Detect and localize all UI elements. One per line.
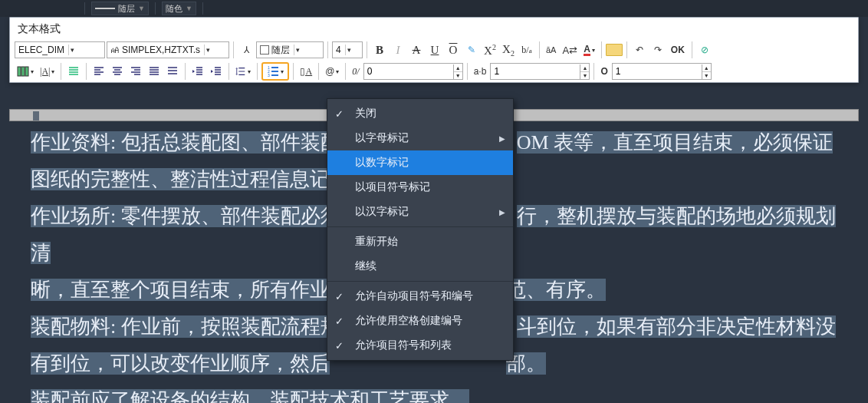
menu-item-continue[interactable]: 继续 — [327, 254, 513, 279]
text-line: 作业资料: 包括总装配图、部件装配 — [31, 131, 340, 154]
layer-property-combo[interactable]: 随层 ▼ — [91, 2, 149, 15]
tracking-input[interactable] — [491, 64, 580, 79]
font-combo[interactable]: 🗚 SIMPLEX,HZTXT.s ▾ — [107, 41, 229, 58]
linetype-icon — [95, 8, 115, 9]
width-factor-input[interactable] — [613, 64, 702, 79]
font-color-button[interactable]: A▾ — [581, 41, 597, 58]
indent-right-icon — [210, 65, 222, 78]
separator — [692, 41, 692, 58]
menu-item-space-number[interactable]: ✓允许使用空格创建编号 — [327, 309, 513, 333]
menu-label: 以字母标记 — [355, 131, 409, 145]
columns-icon — [17, 65, 29, 78]
oblique-spinner[interactable]: ▲▼ — [363, 63, 463, 80]
align-right-button[interactable] — [127, 63, 144, 80]
strip-separator — [155, 2, 156, 15]
menu-item-lettered[interactable]: 以字母标记▶ — [327, 126, 513, 150]
chevron-down-icon: ▾ — [68, 45, 74, 55]
align-right-icon — [130, 65, 142, 78]
numbered-list-icon: 123 — [267, 65, 279, 78]
menu-item-chinese[interactable]: 以汉字标记▶ — [327, 200, 513, 224]
color-property-label: 随色 — [166, 3, 182, 15]
color-bylayer-combo[interactable]: 随层 ▾ — [256, 41, 324, 58]
menu-separator — [327, 281, 513, 282]
bold-button[interactable]: B — [371, 41, 388, 58]
overline-button[interactable]: O — [445, 41, 462, 58]
separator — [86, 63, 87, 80]
annotation-icon[interactable]: ⅄ — [238, 41, 255, 58]
justify-icon — [67, 65, 80, 78]
menu-item-numbered[interactable]: 以数字标记 — [327, 150, 513, 175]
text-line: 图纸的完整性、整洁性过程信息记录 — [31, 168, 350, 190]
menu-item-bulleted[interactable]: 以项目符号标记 — [327, 175, 513, 200]
underline-button[interactable]: U — [426, 41, 443, 58]
clear-format-button[interactable]: ✎ — [463, 41, 480, 58]
char-width-button[interactable]: A⇄ — [560, 41, 580, 58]
menu-label: 以项目符号标记 — [355, 180, 430, 194]
numbering-button[interactable]: 123 ▾ — [261, 62, 289, 81]
align-justify-button[interactable] — [146, 63, 163, 80]
tracking-spinner[interactable]: ▲▼ — [490, 63, 590, 80]
field-button[interactable]: ▯A — [298, 63, 314, 80]
align-center-button[interactable] — [109, 63, 126, 80]
menu-item-auto-bullet[interactable]: ✓允许自动项目符号和编号 — [327, 284, 513, 309]
separator — [233, 41, 234, 58]
format-row-1: ELEC_DIM ▾ 🗚 SIMPLEX,HZTXT.s ▾ ⅄ 随层 ▾ 4 … — [10, 39, 858, 61]
redo-button[interactable]: ↷ — [649, 41, 666, 58]
columns-button[interactable]: ▾ — [15, 63, 36, 80]
spinner-buttons[interactable]: ▲▼ — [580, 64, 589, 79]
line-spacing-button[interactable]: ▾ — [233, 63, 253, 80]
text-style-combo[interactable]: ELEC_DIM ▾ — [15, 41, 105, 58]
text-line: 斗到位，如果有部分非决定性材料没 — [517, 315, 836, 338]
oblique-input[interactable] — [364, 64, 453, 79]
menu-item-off[interactable]: ✓关闭 — [327, 101, 513, 126]
align-justify-icon — [148, 65, 160, 78]
font-icon: 🗚 — [110, 45, 120, 55]
color-swatch-icon — [260, 45, 269, 55]
chevron-down-icon: ▾ — [204, 45, 210, 55]
ruler-indent-marker[interactable] — [33, 111, 39, 121]
menu-label: 关闭 — [355, 107, 376, 121]
menu-label: 以数字标记 — [355, 156, 409, 170]
ok-button[interactable]: OK — [668, 41, 688, 58]
svg-text:3: 3 — [268, 73, 270, 78]
panel-title: 文本格式 — [10, 18, 858, 39]
chevron-down-icon: ▼ — [138, 5, 145, 12]
align-left-button[interactable] — [90, 63, 107, 80]
separator — [367, 41, 367, 58]
layer-property-label: 随层 — [118, 3, 135, 15]
numbering-dropdown-menu: ✓关闭 以字母标记▶ 以数字标记 以项目符号标记 以汉字标记▶ 重新开始 继续 … — [327, 98, 514, 361]
app-top-strip: 随层 ▼ 随色 ▼ — [0, 0, 868, 17]
check-icon: ✓ — [335, 291, 344, 302]
color-property-combo[interactable]: 随色 ▼ — [162, 2, 196, 15]
menu-label: 允许使用空格创建编号 — [355, 314, 462, 328]
align-distribute-button[interactable] — [164, 63, 181, 80]
oblique-label: 0/ — [350, 66, 361, 78]
menu-label: 允许项目符号和列表 — [355, 339, 452, 352]
stack-button[interactable]: b/a — [518, 41, 535, 58]
mask-button[interactable]: |A|▾ — [38, 63, 57, 80]
spinner-buttons[interactable]: ▲▼ — [453, 64, 462, 79]
strikethrough-button[interactable]: A — [408, 41, 425, 58]
text-line: 范、有序。 — [506, 279, 606, 301]
indent-increase-button[interactable] — [208, 63, 225, 80]
superscript-button[interactable]: X2 — [482, 41, 498, 58]
width-factor-spinner[interactable]: ▲▼ — [612, 63, 712, 80]
symbol-button[interactable]: @▾ — [323, 63, 341, 80]
italic-button[interactable]: I — [390, 41, 406, 58]
font-size-value: 4 — [336, 45, 341, 55]
menu-item-restart[interactable]: 重新开始 — [327, 230, 513, 254]
align-center-icon — [111, 65, 123, 78]
menu-item-allow-lists[interactable]: ✓允许项目符号和列表 — [327, 333, 513, 358]
subscript-button[interactable]: X2 — [500, 41, 517, 58]
change-case-button[interactable]: āA — [544, 41, 558, 58]
indent-decrease-button[interactable] — [189, 63, 206, 80]
justify-button[interactable] — [65, 63, 82, 80]
font-size-combo[interactable]: 4 ▾ — [332, 41, 363, 58]
spinner-buttons[interactable]: ▲▼ — [702, 64, 711, 79]
separator — [185, 63, 186, 80]
align-left-icon — [93, 65, 105, 78]
highlight-button[interactable] — [606, 41, 623, 58]
options-button[interactable]: ⊘ — [696, 41, 713, 58]
separator — [593, 63, 594, 80]
undo-button[interactable]: ↶ — [631, 41, 648, 58]
